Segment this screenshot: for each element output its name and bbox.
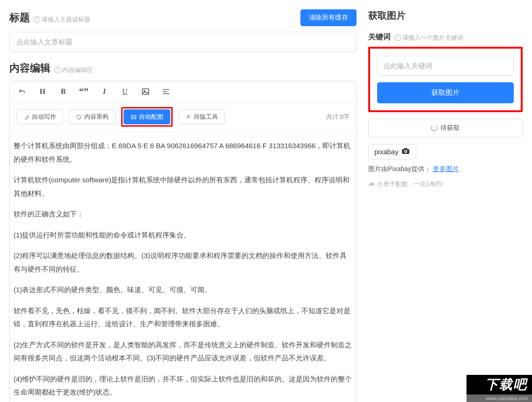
title-hint-text: 请输入主题或标题 [42,15,90,24]
italic-icon[interactable]: I [99,86,110,97]
pixabay-text: pixabay [374,148,399,156]
layout-tool-label: 排版工具 [194,113,218,121]
keyword-hint: ! 请输入一个图片关键词 [394,34,463,42]
spinner-icon [431,125,437,131]
svg-rect-0 [142,89,149,94]
content-area[interactable]: 整个计算机系统由两部分组成：E.69DA 5 E 6 BA 9062616964… [10,132,356,402]
bold-icon[interactable]: B [58,86,69,97]
clear-cache-button[interactable]: 清除所有缓存 [300,9,357,26]
tip-text: 小虎子配图，一次1淘币! [377,180,443,188]
pending-status: 待获取 [368,119,523,137]
content-paragraph: 软件看不见，无色，枯燥，看不见，摸不到，闻不到。软件大部分存在于人们的头脑或纸上… [14,304,352,331]
keyword-hint-text: 请输入一个图片关键词 [402,34,463,42]
content-paragraph: (2)程序可以满意地处理信息的数据结构。(3)说明程序功能要求和程序需要的文档的… [14,249,352,276]
auto-image-button[interactable]: 自动配图 [124,109,170,124]
watermark: 下载吧 www.xiazaiba.com [466,375,532,402]
auto-write-label: 自动写作 [32,113,56,121]
content-paragraph: 计算机软件(computer software)是指计算机系统中除硬件以外的所有… [14,173,352,200]
credit-prefix: 图片由Pixabay提供： [368,165,431,172]
restructure-button[interactable]: 内容重构 [69,109,116,124]
underline-icon[interactable]: U [119,86,131,97]
image-icon[interactable] [140,86,151,97]
auto-write-button[interactable]: 自动写作 [16,109,63,124]
layout-tool-button[interactable]: 排版工具 [178,109,225,124]
watermark-url: www.xiazaiba.com [466,395,532,402]
info-icon: ! [394,35,401,41]
editor-box: H B “” I U 自动写作 内容重构 [9,81,357,402]
info-icon: ! [34,16,40,23]
keyword-label: 关键词 [368,32,391,42]
more-images-link[interactable]: 更多图片 [433,165,459,172]
align-left-icon[interactable] [160,86,172,97]
tip-line: 小虎子配图，一次1淘币! [368,180,523,188]
editor-hint: ! 内容编辑区 [54,66,93,74]
heading-icon[interactable]: H [37,86,48,97]
pending-label: 待获取 [440,124,460,132]
editor-hint-text: 内容编辑区 [62,66,93,74]
title-hint: ! 请输入主题或标题 [34,15,90,24]
word-counter: 共计:0字 [326,113,350,121]
content-paragraph: (1)提供运行时所需功能和性能的命令或计算机程序集合。 [14,229,352,242]
info-icon: ! [54,67,61,73]
editor-heading: 内容编辑 [9,61,51,75]
keyword-input[interactable] [377,56,514,76]
content-paragraph: (4)维护不同的硬件是旧的，理论上软件是旧的，并不坏，但实际上软件也是旧的和坏的… [14,373,352,399]
content-paragraph: 整个计算机系统由两部分组成：E.69DA 5 E 6 BA 9062616964… [14,139,352,166]
svg-point-9 [405,151,406,152]
content-paragraph: 软件的正确含义如下： [14,208,352,221]
content-paragraph: (2)生产方式不同的软件是开发，是人类智能的高发挥，而不是传统意义上的硬件制造。… [14,338,352,365]
pixabay-badge: pixabay [368,144,416,159]
title-heading: 标题 [9,11,30,25]
get-image-button[interactable]: 获取图片 [377,82,514,103]
cloud-icon [368,181,375,187]
svg-rect-7 [404,148,407,150]
watermark-logo: 下载吧 [466,375,532,395]
camera-icon [401,148,410,156]
restructure-label: 内容重构 [84,113,109,121]
auto-image-label: 自动配图 [139,113,163,121]
title-input[interactable] [9,32,357,52]
undo-icon[interactable] [16,86,28,97]
quote-icon[interactable]: “” [78,86,89,97]
image-credit: 图片由Pixabay提供： 更多图片 [368,165,523,173]
content-paragraph: (1)表达形式不同的硬件类型、颜色、味道、可见、可摸、可闻。 [14,283,352,297]
get-image-title: 获取图片 [368,9,523,22]
auto-image-highlight: 自动配图 [121,107,173,127]
keyword-panel-highlight: 获取图片 [368,47,523,112]
toolbar: H B “” I U [10,81,356,102]
action-row: 自动写作 内容重构 自动配图 排版工具 共计:0字 [10,102,356,132]
